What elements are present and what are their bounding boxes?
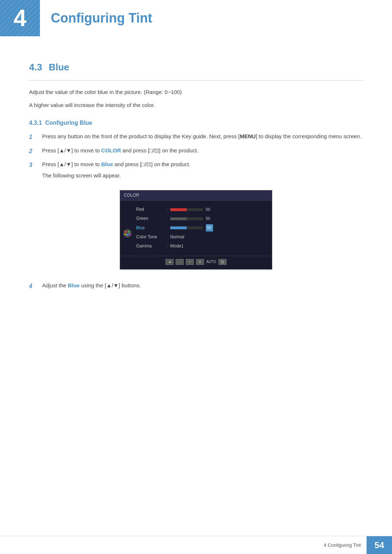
osd-btn-left: ◄ [166, 259, 173, 265]
osd-bar-blue-fill [170, 226, 187, 229]
osd-label-green: Green [136, 215, 165, 222]
osd-item-green: Green : 50 [136, 214, 272, 223]
osd-icon-col [120, 205, 135, 251]
step-2-number: 2 [29, 147, 38, 156]
step-4: 4 Adjust the Blue using the [▲/▼] button… [29, 281, 363, 291]
step-3-blue-word: Blue [101, 161, 113, 167]
step-3-number: 3 [29, 160, 38, 170]
osd-label-gamma: Gamma [136, 243, 165, 250]
step-4-text: Adjust the Blue using the [▲/▼] buttons. [42, 281, 363, 290]
osd-menu-col: Red : 50 Green : [135, 205, 272, 251]
subsection-heading: 4.3.1 Configuring Blue [29, 120, 363, 126]
step-1-text: Press any button on the front of the pro… [42, 132, 363, 141]
osd-body: Red : 50 Green : [120, 201, 272, 254]
description-2: A higher value will increase the intensi… [29, 101, 363, 110]
svg-point-3 [126, 234, 128, 236]
section-divider [29, 80, 363, 81]
osd-title-bar: COLOR [120, 190, 272, 201]
svg-point-0 [123, 229, 132, 238]
svg-point-2 [128, 231, 130, 233]
step-2-text: Press [▲/▼] to move to COLOR and press [… [42, 146, 363, 155]
svg-point-5 [129, 233, 131, 235]
step-1-number: 1 [29, 132, 38, 142]
osd-bar-green-fill [170, 217, 187, 220]
step-2-color-word: COLOR [101, 147, 121, 153]
footer: 4 Configuring Tint 54 [0, 536, 392, 554]
osd-value-gamma: Mode1 [170, 243, 184, 250]
step-4-number: 4 [29, 282, 38, 291]
header-banner: 4 Configuring Tint [0, 0, 392, 36]
osd-btn-enter: ⊡ [196, 259, 204, 265]
section-heading: 4.3 Blue [29, 62, 363, 73]
osd-label-red: Red [136, 206, 165, 213]
palette-icon [122, 228, 132, 238]
step-4-blue-word: Blue [68, 282, 80, 288]
osd-bottom-bar: ◄ − + ⊡ AUTO ⏻ [120, 256, 272, 265]
osd-btn-power: ⏻ [219, 259, 226, 265]
osd-label-blue: Blue [136, 225, 165, 231]
osd-label-color-tone: Color Tone [136, 234, 165, 241]
osd-btn-plus: + [186, 259, 194, 265]
step-3-text: Press [▲/▼] to move to Blue and press [□… [42, 160, 191, 169]
osd-value-color-tone: Normal [170, 234, 184, 241]
osd-item-blue: Blue : 50 [136, 223, 272, 233]
chapter-number: 4 [13, 5, 26, 32]
osd-value-red: 50 [206, 206, 213, 213]
description-1: Adjust the value of the color blue in th… [29, 88, 363, 97]
chapter-title: Configuring Tint [51, 11, 152, 26]
svg-point-1 [125, 231, 127, 233]
footer-label: 4 Configuring Tint [324, 542, 367, 548]
osd-value-blue: 50 [206, 224, 213, 231]
footer-page-number: 54 [367, 536, 392, 554]
osd-screen: COLOR [120, 190, 272, 270]
osd-bar-red-container: 50 [170, 206, 272, 213]
steps-list: 1 Press any button on the front of the p… [29, 132, 363, 291]
osd-bar-blue-container: 50 [170, 224, 272, 231]
osd-item-color-tone: Color Tone : Normal [136, 233, 272, 242]
section-title: Blue [49, 62, 69, 73]
step-3: 3 Press [▲/▼] to move to Blue and press … [29, 160, 363, 277]
step-2: 2 Press [▲/▼] to move to COLOR and press… [29, 146, 363, 156]
step-1: 1 Press any button on the front of the p… [29, 132, 363, 142]
screen-note: The following screen will appear. [42, 171, 121, 180]
osd-item-red: Red : 50 [136, 205, 272, 214]
subsection-title: Configuring Blue [45, 120, 92, 126]
osd-item-gamma: Gamma : Mode1 [136, 242, 272, 251]
osd-auto-label: AUTO [206, 259, 216, 265]
osd-bar-red-fill [170, 208, 187, 211]
step-1-bold: MENU [240, 133, 256, 139]
osd-bar-red-bg [170, 208, 203, 211]
svg-point-4 [124, 233, 126, 235]
osd-bar-green-bg [170, 217, 203, 220]
section-number: 4.3 [29, 62, 42, 73]
main-content: 4.3 Blue Adjust the value of the color b… [0, 36, 392, 332]
subsection-number: 4.3.1 [29, 120, 42, 126]
osd-value-green: 50 [206, 216, 213, 222]
osd-btn-minus: − [176, 259, 184, 265]
osd-bar-green-container: 50 [170, 216, 272, 222]
chapter-number-block: 4 [0, 0, 40, 36]
chapter-title-block: Configuring Tint [40, 0, 392, 36]
osd-bar-blue-bg [170, 226, 203, 229]
